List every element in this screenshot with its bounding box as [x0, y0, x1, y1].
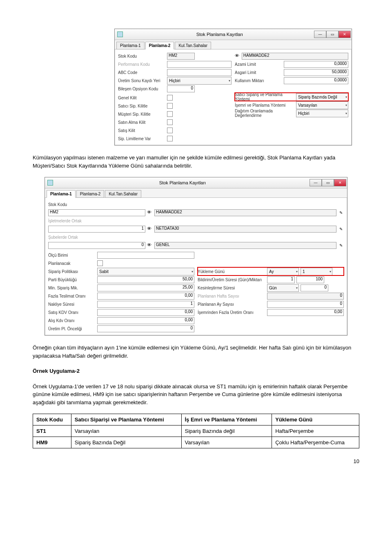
stok-kodu-field[interactable]: HM2 — [48, 209, 145, 216]
pas-label: Planlanan Ay Sayısı — [198, 302, 267, 307]
tab-planlama-2[interactable]: Planlama-2 — [76, 190, 105, 198]
dagitim-select[interactable]: Hiçbiri▾ — [296, 110, 348, 117]
edit-icon[interactable]: ✎ — [338, 226, 344, 232]
kesin-field[interactable]: 0 — [301, 284, 328, 291]
azami-field[interactable]: 0,0000 — [284, 61, 348, 68]
bildirim-field-1[interactable]: 1 — [267, 276, 295, 283]
sube-name: GENEL — [154, 242, 336, 249]
table-row: Sipariş Bazında Değil — [71, 437, 181, 448]
satis-kilit-checkbox[interactable] — [167, 128, 173, 133]
upl-field[interactable]: 0 — [97, 325, 194, 332]
isemri-select[interactable]: Varsayılan▾ — [296, 101, 348, 109]
titlebar[interactable]: Stok Planlama Kayıtları — ▭ ✕ — [115, 29, 352, 40]
satici-plan-label: Satıcı Sipariş ve Planlama Yöntemi — [235, 92, 296, 101]
skdv-label: Satış KDV Oranı — [48, 310, 97, 315]
bildirim-label: Bildirim/Üretim Süresi (Gün)/Miktarı — [198, 278, 267, 282]
stok-kodu-label: Stok Kodu — [118, 54, 167, 58]
app-icon — [117, 31, 123, 37]
bilesen-field[interactable]: 0 — [167, 85, 195, 92]
minimize-button[interactable]: — — [314, 31, 326, 38]
maximize-button[interactable]: ▭ — [322, 179, 334, 186]
titlebar[interactable]: Stok Planlama Kayıtları — ▭ ✕ — [45, 177, 347, 188]
yukleme-label: Yükleme Günü — [198, 269, 267, 274]
sip-limit-label: Sip. Limitleme Var — [118, 137, 167, 141]
nakliye-label: Nakliye Süresi — [48, 302, 97, 307]
fazla-field[interactable]: 0,00 — [97, 293, 194, 300]
settings-table: Stok Kodu Satıcı Siparişi ve Planlama Yö… — [33, 414, 359, 448]
phs-field: 0 — [267, 293, 344, 300]
tab-planlama-1[interactable]: Planlama-1 — [47, 190, 76, 198]
min-field[interactable]: 25,00 — [97, 284, 194, 291]
tab-planlama-1[interactable]: Planlama-1 — [116, 42, 145, 49]
minimize-button[interactable]: — — [310, 179, 322, 186]
asgari-field[interactable]: 50,0000 — [284, 69, 348, 76]
yukleme-unit-select[interactable]: Ay▾ — [267, 268, 299, 275]
satici-plan-select[interactable]: Sipariş Bazında Değil▾ — [296, 93, 348, 101]
close-button[interactable]: ✕ — [334, 179, 346, 186]
maximize-button[interactable]: ▭ — [326, 31, 339, 38]
yukleme-val-select[interactable]: 1▾ — [301, 268, 332, 275]
planlanacak-checkbox[interactable] — [97, 260, 103, 266]
abc-field[interactable] — [167, 69, 232, 76]
binoculars-icon[interactable]: 👁 — [235, 53, 241, 59]
kesin-select[interactable]: Gün▾ — [267, 284, 299, 292]
siparis-select[interactable]: Sabit▾ — [97, 268, 194, 275]
table-row: Varsayılan — [71, 426, 181, 437]
isletme-name: NETDATA30 — [154, 226, 336, 233]
page-number: 10 — [33, 458, 359, 464]
performans-field[interactable] — [167, 61, 232, 68]
bildirim-field-2[interactable]: 100 — [296, 276, 324, 283]
akdv-label: Alış Kdv Oranı — [48, 318, 97, 323]
skdv-field[interactable]: 0,00 — [97, 309, 194, 316]
binoculars-icon[interactable]: 👁 — [147, 210, 153, 215]
edit-icon[interactable]: ✎ — [338, 210, 344, 215]
azami-label: Azami Limit — [235, 62, 284, 67]
table-row: ST1 — [33, 426, 71, 437]
upl-label: Üretim Pl. Önceliği — [48, 327, 97, 331]
edit-icon[interactable]: ✎ — [338, 242, 344, 248]
ife-field[interactable]: 0,00 — [267, 309, 344, 316]
musteri-kilit-checkbox[interactable] — [167, 111, 173, 117]
fazla-label: Fazla Teslimat Oranı — [48, 294, 97, 298]
abc-label: ABC Code — [118, 70, 167, 75]
satinalma-kilit-checkbox[interactable] — [167, 119, 173, 125]
genel-kilit-label: Genel Kilit — [118, 96, 167, 100]
binoculars-icon[interactable]: 👁 — [147, 242, 153, 248]
uretim-label: Üretim Sonu Kaydı Yeri — [118, 78, 167, 83]
tab-kul-tan[interactable]: Kul.Tan.Sahalar — [105, 190, 141, 198]
asgari-label: Asgari Limit — [235, 70, 284, 75]
parti-field[interactable]: 50,00 — [97, 276, 194, 283]
planlanacak-label: Planlanacak — [48, 261, 97, 266]
uretim-select[interactable]: Hiçbiri▾ — [167, 77, 232, 85]
nakliye-field[interactable]: 1 — [97, 301, 194, 308]
akdv-field[interactable]: 0,00 — [97, 317, 194, 324]
ife-label: İşemrinden Fazla Üretim Oranı — [198, 310, 267, 315]
paragraph-3: Örnek Uygulama-1'de verilen 17 ve 18 nol… — [33, 383, 359, 407]
satici-kilit-checkbox[interactable] — [167, 103, 173, 109]
sube-label: Şubelerde Ortak — [48, 235, 97, 240]
min-label: Min. Sipariş Mik. — [48, 286, 97, 290]
table-row: Çoklu Hafta/Perşembe-Cuma — [272, 437, 359, 448]
isletme-num[interactable]: 1 — [48, 226, 145, 233]
hammadde-field: HAMMADDE2 — [242, 53, 348, 60]
binoculars-icon[interactable]: 👁 — [147, 226, 153, 232]
genel-kilit-checkbox[interactable] — [167, 95, 173, 101]
musteri-kilit-label: Müşteri Sip. Kilitle — [118, 112, 167, 116]
kullanim-field[interactable]: 0,0000 — [284, 77, 348, 84]
pas-field[interactable]: 0 — [267, 301, 344, 308]
tab-kul-tan[interactable]: Kul.Tan.Sahalar — [175, 42, 211, 49]
olcu-field[interactable] — [97, 252, 194, 259]
dagitim-label: Dağıtım Oranlamada Değerlendirme — [235, 109, 296, 118]
window-stok-planlama-1: Stok Planlama Kayıtları — ▭ ✕ Planlama-1… — [45, 177, 347, 336]
tab-planlama-2[interactable]: Planlama-2 — [145, 42, 174, 49]
stok-kodu-field[interactable]: HM2 — [167, 53, 195, 60]
tabs: Planlama-1 Planlama-2 Kul.Tan.Sahalar — [115, 40, 352, 49]
window-stok-planlama-2: Stok Planlama Kayıtları — ▭ ✕ Planlama-1… — [114, 29, 352, 146]
sip-limit-checkbox[interactable] — [167, 136, 173, 141]
sube-num[interactable]: 0 — [48, 242, 145, 249]
siparis-label: Sipariş Politikası — [48, 269, 97, 274]
phs-label: Planlanan Hafta Sayısı — [198, 294, 267, 298]
isletme-label: İşletmelerde Ortak — [48, 219, 97, 223]
table-row: HM9 — [33, 437, 71, 448]
close-button[interactable]: ✕ — [339, 31, 351, 38]
